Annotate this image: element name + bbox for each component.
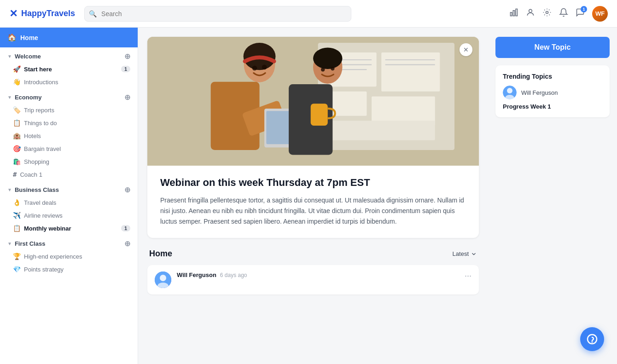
sidebar-item-home[interactable]: 🏠 Home — [0, 28, 138, 47]
messages-icon[interactable]: 1 — [576, 8, 585, 19]
coach-icon: # — [13, 171, 17, 178]
user-icon[interactable] — [526, 8, 535, 19]
sort-button[interactable]: Latest — [453, 250, 477, 257]
trending-title: Trending Topics — [503, 73, 602, 80]
svg-point-32 — [160, 275, 166, 281]
first-class-add-button[interactable]: ⊕ — [124, 239, 130, 248]
svg-rect-2 — [516, 9, 517, 16]
svg-point-35 — [507, 88, 512, 93]
help-fab[interactable] — [580, 327, 604, 351]
chart-icon[interactable] — [509, 8, 518, 19]
post-info: Will Ferguson 6 days ago — [177, 272, 459, 279]
post-meta: Will Ferguson 6 days ago — [177, 272, 459, 278]
sidebar-item-trip-reports[interactable]: 🏷️ Trip reports — [0, 104, 138, 116]
introductions-icon: 👋 — [13, 78, 21, 86]
trending-post-title: Progress Week 1 — [503, 103, 602, 110]
svg-point-29 — [331, 67, 334, 70]
sidebar-item-coach[interactable]: # Coach 1 — [0, 168, 138, 181]
trending-card: Trending Topics Will Ferguson Progress W… — [495, 65, 610, 117]
sidebar-airline-reviews-label: Airline reviews — [24, 212, 63, 219]
sidebar-item-hotels[interactable]: 🏨 Hotels — [0, 129, 138, 142]
sidebar-item-points-strategy[interactable]: 💎 Points strategy — [0, 263, 138, 276]
sidebar: 🏠 Home ▼ Welcome ⊕ 🚀 Start here — [0, 28, 138, 364]
home-list-title: Home — [149, 249, 172, 259]
shopping-icon: 🛍️ — [13, 158, 21, 165]
first-class-arrow-icon: ▼ — [7, 241, 12, 246]
featured-image: ✕ — [147, 37, 479, 166]
sidebar-item-bargain-travel[interactable]: 🎯 Bargain travel — [0, 142, 138, 155]
post-item: Will Ferguson 6 days ago ··· — [147, 265, 479, 295]
settings-icon[interactable] — [542, 8, 552, 19]
svg-point-27 — [313, 48, 343, 69]
svg-rect-1 — [513, 11, 514, 16]
trending-user: Will Ferguson — [521, 89, 558, 96]
sidebar-introductions-label: Introductions — [24, 79, 58, 86]
sidebar-section-economy-header[interactable]: ▼ Economy ⊕ — [0, 88, 138, 104]
sidebar-shopping-label: Shopping — [24, 158, 49, 165]
search-input[interactable] — [84, 6, 351, 22]
post-author: Will Ferguson — [177, 272, 216, 278]
sidebar-travel-deals-label: Travel deals — [24, 199, 56, 206]
svg-point-21 — [262, 65, 267, 70]
bell-icon[interactable] — [559, 8, 568, 19]
header: ✕ HappyTravels 🔍 1 WF — [0, 0, 617, 28]
logo[interactable]: ✕ HappyTravels — [9, 8, 75, 20]
sidebar-item-travel-deals[interactable]: 👌 Travel deals — [0, 196, 138, 209]
featured-card: ✕ Webinar on this week Thursday at 7pm E… — [147, 37, 479, 238]
business-add-button[interactable]: ⊕ — [124, 185, 130, 194]
welcome-add-button[interactable]: ⊕ — [124, 52, 130, 61]
sidebar-trip-reports-label: Trip reports — [24, 107, 54, 114]
monthly-webinar-icon: 📋 — [13, 225, 21, 232]
close-button[interactable]: ✕ — [460, 43, 472, 56]
sidebar-item-airline-reviews[interactable]: ✈️ Airline reviews — [0, 209, 138, 222]
header-actions: 1 WF — [509, 6, 608, 22]
avatar[interactable]: WF — [592, 6, 608, 22]
home-icon: 🏠 — [7, 33, 17, 42]
notification-badge: 1 — [581, 6, 587, 12]
hotels-icon: 🏨 — [13, 132, 21, 139]
sidebar-item-introductions[interactable]: 👋 Introductions — [0, 75, 138, 88]
sidebar-hotels-label: Hotels — [24, 133, 41, 139]
sidebar-section-first-class-header[interactable]: ▼ First Class ⊕ — [0, 235, 138, 250]
high-end-icon: 🏆 — [13, 253, 21, 260]
sidebar-item-things-to-do[interactable]: 📋 Things to do — [0, 116, 138, 129]
main-content: ✕ Webinar on this week Thursday at 7pm E… — [138, 28, 488, 364]
svg-rect-9 — [328, 92, 367, 116]
svg-point-28 — [321, 68, 325, 71]
svg-rect-0 — [511, 12, 512, 16]
sidebar-points-strategy-label: Points strategy — [24, 266, 64, 273]
sidebar-coach-label: Coach 1 — [20, 171, 42, 178]
sidebar-item-high-end[interactable]: 🏆 High-end experiences — [0, 250, 138, 263]
trending-item: Will Ferguson — [503, 86, 602, 99]
sidebar-section-economy-label: Economy — [15, 94, 42, 101]
economy-add-button[interactable]: ⊕ — [124, 93, 130, 102]
sidebar-home-label: Home — [20, 34, 38, 41]
featured-content: Webinar on this week Thursday at 7pm EST… — [147, 166, 479, 238]
sidebar-section-welcome-header[interactable]: ▼ Welcome ⊕ — [0, 47, 138, 63]
svg-rect-30 — [311, 104, 328, 126]
sidebar-section-business-header[interactable]: ▼ Business Class ⊕ — [0, 181, 138, 196]
travel-deals-icon: 👌 — [13, 199, 21, 206]
sidebar-section-first-class-label: First Class — [15, 240, 45, 247]
things-to-do-icon: 📋 — [13, 119, 21, 127]
sidebar-monthly-webinar-label: Monthly webinar — [24, 225, 71, 232]
sidebar-section-first-class: ▼ First Class ⊕ 🏆 High-end experiences 💎… — [0, 235, 138, 276]
post-more-button[interactable]: ··· — [465, 272, 471, 280]
sidebar-item-shopping[interactable]: 🛍️ Shopping — [0, 155, 138, 168]
svg-point-20 — [252, 66, 257, 71]
logo-icon: ✕ — [9, 8, 17, 20]
svg-rect-24 — [266, 111, 291, 144]
monthly-webinar-badge: 1 — [121, 225, 130, 231]
svg-point-4 — [546, 12, 548, 14]
sidebar-section-business-label: Business Class — [15, 186, 59, 193]
sidebar-item-start-here[interactable]: 🚀 Start here 1 — [0, 63, 138, 75]
sidebar-section-economy: ▼ Economy ⊕ 🏷️ Trip reports 📋 Things to … — [0, 88, 138, 181]
sidebar-item-monthly-webinar[interactable]: 📋 Monthly webinar 1 — [0, 222, 138, 235]
post-time: 6 days ago — [220, 272, 247, 278]
new-topic-button[interactable]: New Topic — [495, 37, 610, 58]
home-list-header: Home Latest — [147, 249, 479, 259]
sidebar-things-to-do-label: Things to do — [24, 120, 57, 127]
economy-arrow-icon: ▼ — [7, 95, 12, 100]
airline-reviews-icon: ✈️ — [13, 212, 21, 219]
welcome-arrow-icon: ▼ — [7, 54, 12, 59]
